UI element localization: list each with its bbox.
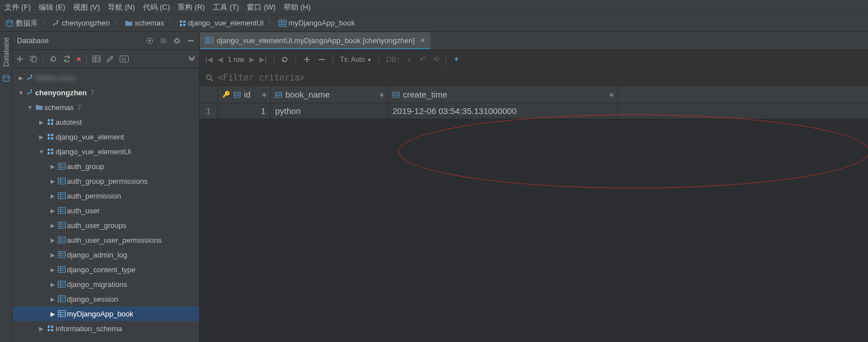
arrow-right-icon: ▶ [49, 267, 57, 273]
filter-row[interactable]: <Filter criteria> [200, 69, 868, 86]
stop-icon[interactable]: ■ [77, 55, 81, 63]
sync-icon[interactable] [63, 55, 71, 63]
breadcrumb-schemas[interactable]: schemas [125, 19, 165, 27]
tree-item-label: django_session [67, 295, 118, 303]
tree-table-item[interactable]: ▶auth_user_groups [12, 218, 199, 233]
tree-table-item[interactable]: ▶django_session [12, 292, 199, 306]
arrow-right-icon: ▶ [49, 222, 57, 229]
view-ddl-icon[interactable]: ✦ [453, 55, 460, 64]
breadcrumb-schema-label: django_vue_elementUi [188, 19, 264, 27]
breadcrumb-table[interactable]: myDjangoApp_book [279, 19, 355, 27]
add-icon[interactable] [16, 55, 24, 63]
arrow-right-icon: ▶ [49, 311, 57, 317]
tree-table-item[interactable]: ▶auth_permission [12, 188, 199, 203]
database-tool-tab[interactable]: Database [2, 35, 10, 69]
arrow-right-icon: ▶ [49, 178, 57, 184]
grid-column-book-name[interactable]: book_name ◆ [271, 86, 388, 103]
menu-edit[interactable]: 编辑 (E) [39, 2, 65, 12]
menu-nav[interactable]: 导航 (N) [108, 2, 135, 12]
menu-view[interactable]: 视图 (V) [73, 2, 100, 12]
grid-header: 🔑 id ◆ book_name ◆ create_time ◆ [200, 86, 868, 103]
minimize-icon[interactable] [187, 37, 195, 45]
breadcrumb-db[interactable]: 数据库 [6, 18, 38, 28]
svg-rect-83 [51, 326, 53, 328]
grid-data-row[interactable]: 1 1 python 2019-12-06 03:54:35.131000000 [200, 103, 868, 119]
tx-mode-dropdown[interactable]: Tx: Auto ▼ [340, 56, 372, 64]
schema-icon [179, 20, 186, 27]
sort-icon[interactable]: ◆ [262, 91, 267, 98]
rollback-icon[interactable]: ↶ [420, 55, 426, 64]
cell-book-name[interactable]: python [271, 103, 388, 119]
tree-connection-label: chenyongzhen [35, 88, 87, 97]
breadcrumb-schema[interactable]: django_vue_elementUi [179, 19, 264, 27]
database-tree[interactable]: ▶ hidden conn ▼ chenyongzhen 7 ▼ schemas… [12, 68, 199, 342]
table-icon [57, 251, 67, 258]
target-icon[interactable] [146, 37, 154, 45]
table-icon [57, 295, 67, 302]
tree-schema-item[interactable]: ▶ django_vue_element [12, 129, 199, 144]
svg-rect-62 [58, 252, 66, 258]
breadcrumb-conn[interactable]: chenyongzhen [53, 19, 110, 27]
tree-root-hidden[interactable]: ▶ hidden conn [12, 70, 199, 85]
table-icon [279, 20, 286, 27]
svg-rect-93 [234, 92, 241, 97]
tree-connection[interactable]: ▼ chenyongzhen 7 [12, 85, 199, 100]
tree-item-label: autotest [56, 118, 82, 126]
first-page-icon[interactable]: |◀ [205, 55, 213, 64]
cell-id[interactable]: 1 [218, 103, 271, 119]
cell-create-time[interactable]: 2019-12-06 03:54:35.131000000 [388, 103, 618, 119]
expand-icon[interactable] [188, 55, 196, 63]
separator [332, 54, 333, 65]
gear-icon[interactable] [173, 37, 181, 45]
menu-tools[interactable]: 工具 (T) [213, 2, 239, 12]
menu-code[interactable]: 代码 (C) [143, 2, 170, 12]
reload-icon[interactable] [281, 56, 289, 64]
last-page-icon[interactable]: ▶| [259, 55, 267, 64]
table-view-icon[interactable] [92, 56, 100, 62]
menu-file[interactable]: 文件 (F) [5, 2, 31, 12]
submit-icon[interactable]: ✓ [407, 55, 413, 64]
sort-icon[interactable]: ◆ [609, 91, 614, 98]
copy-icon[interactable] [30, 55, 37, 63]
tree-table-item[interactable]: ▶django_migrations [12, 277, 199, 292]
tree-schemas-folder[interactable]: ▼ schemas 7 [12, 100, 199, 115]
sort-icon[interactable]: ◆ [380, 91, 384, 98]
remove-row-icon[interactable] [318, 56, 326, 64]
next-page-icon[interactable]: ▶ [249, 55, 255, 64]
tree-table-item[interactable]: ▶auth_user_user_permissions [12, 233, 199, 247]
tree-table-item[interactable]: ▶django_admin_log [12, 247, 199, 262]
revert-icon[interactable]: ⟲ [433, 55, 439, 64]
main-menu-bar: 文件 (F) 编辑 (E) 视图 (V) 导航 (N) 代码 (C) 重构 (R… [0, 0, 868, 15]
close-icon[interactable]: × [420, 36, 425, 45]
tree-table-item[interactable]: ▶django_content_type [12, 262, 199, 277]
editor-tab[interactable]: django_vue_elementUi.myDjangoApp_book [c… [200, 32, 431, 49]
separator [86, 54, 87, 64]
add-row-icon[interactable] [303, 56, 311, 64]
svg-rect-42 [58, 178, 66, 184]
edit-icon[interactable] [106, 55, 114, 63]
svg-rect-66 [58, 267, 66, 273]
tree-table-item[interactable]: ▶auth_user [12, 203, 199, 218]
tree-table-item[interactable]: ▶auth_group_permissions [12, 174, 199, 188]
svg-rect-85 [51, 329, 53, 331]
tree-table-item-selected[interactable]: ▶myDjangoApp_book [12, 306, 199, 321]
refresh-icon[interactable] [49, 55, 57, 63]
ddl-icon[interactable]: DL [120, 56, 129, 62]
editor-area: django_vue_elementUi.myDjangoApp_book [c… [200, 32, 868, 342]
tree-schema-item[interactable]: ▶information_schema [12, 321, 199, 336]
menu-window[interactable]: 窗口 (W) [247, 2, 276, 12]
svg-rect-58 [58, 237, 66, 243]
tree-schema-item[interactable]: ▶ autotest [12, 115, 199, 129]
tree-schema-item[interactable]: ▼ django_vue_elementUi [12, 144, 199, 159]
collapse-all-icon[interactable] [159, 37, 167, 45]
annotation-ellipse [398, 115, 868, 188]
prev-page-icon[interactable]: ◀ [217, 55, 223, 64]
grid-column-create-time[interactable]: create_time ◆ [388, 86, 618, 103]
commit-icon[interactable]: DB↑ [386, 55, 400, 64]
arrow-down-icon: ▼ [17, 90, 25, 96]
menu-help[interactable]: 帮助 (H) [284, 2, 311, 12]
tree-table-item[interactable]: ▶auth_group [12, 159, 199, 174]
menu-refactor[interactable]: 重构 (R) [178, 2, 205, 12]
grid-column-id[interactable]: 🔑 id ◆ [218, 86, 271, 103]
arrow-right-icon: ▶ [37, 134, 45, 140]
